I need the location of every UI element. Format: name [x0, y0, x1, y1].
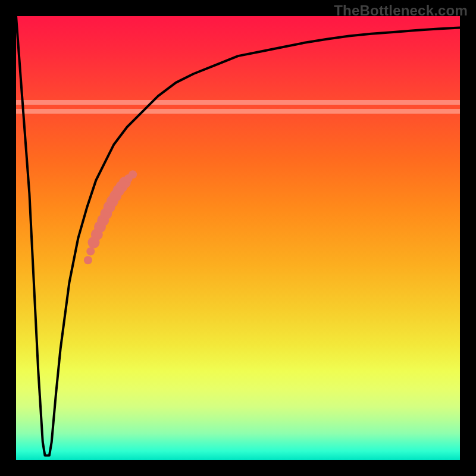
chart-stage: TheBottleneck.com — [0, 0, 476, 476]
marker-group — [84, 170, 137, 264]
curve-layer — [16, 16, 460, 460]
marker-dot — [84, 256, 92, 264]
marker-dot — [86, 247, 95, 255]
marker-dot — [129, 170, 137, 178]
bottleneck-curve — [16, 16, 460, 456]
plot-area — [16, 16, 460, 460]
watermark-text: TheBottleneck.com — [334, 2, 468, 19]
